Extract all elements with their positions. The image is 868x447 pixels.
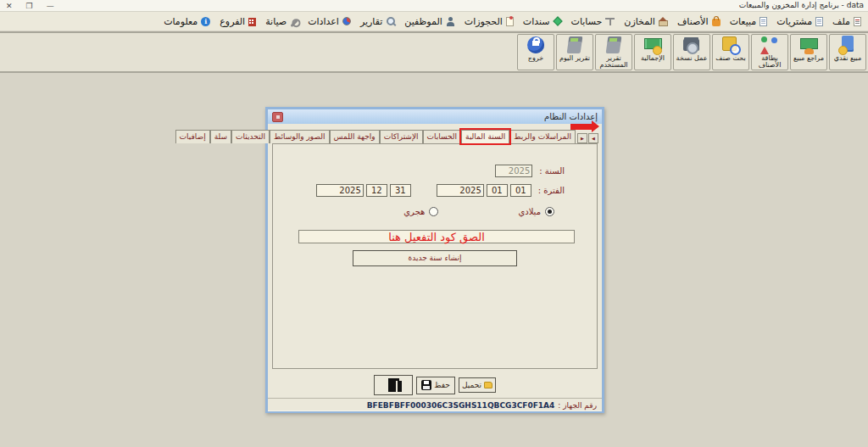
window-maximize-button[interactable]: ❐ xyxy=(26,1,33,11)
radio-hijri[interactable]: هجري xyxy=(403,207,438,216)
radio-label: هجري xyxy=(403,207,425,216)
dialog-buttons-row: تحميل حفظ xyxy=(268,375,602,395)
menu-label: مبيعات xyxy=(730,16,757,27)
file-icon xyxy=(854,17,861,26)
menu-label: المخازن xyxy=(624,16,655,27)
toolbar-label: عمل نسخة xyxy=(676,55,708,62)
menu-stores[interactable]: المخازن xyxy=(623,14,669,29)
vouchers-icon xyxy=(553,16,562,25)
backup-folder-icon xyxy=(681,36,703,55)
menu-maintenance[interactable]: صيانة xyxy=(264,14,299,29)
tab-accounts[interactable]: الحسابات xyxy=(423,130,462,143)
tab-extras[interactable]: إضافيات xyxy=(175,130,210,143)
items-bag-icon xyxy=(712,19,721,26)
menu-label: اعدادات xyxy=(308,16,339,27)
load-button[interactable]: تحميل xyxy=(459,377,496,393)
tab-touch-interface[interactable]: واجهة اللمس xyxy=(330,130,380,143)
tab-financial-year[interactable]: السنة المالية xyxy=(461,130,509,143)
purchases-icon xyxy=(815,17,823,26)
tab-images-media[interactable]: الصور والوسائط xyxy=(270,130,329,143)
menubar: ملف مشتريات مبيعات الأصناف المخازن حسابا… xyxy=(0,12,868,31)
window-title: برنامج إدارة المخزون والمبيعات - data xyxy=(739,1,864,9)
menu-label: الأصناف xyxy=(677,16,709,27)
exit-button[interactable] xyxy=(374,375,413,395)
device-number-value: BFEBFBFF000306C3SGHS11QBCG3CF0F1A4 xyxy=(367,401,555,410)
menu-label: صيانة xyxy=(265,16,287,27)
toolbar-sales-return-button[interactable]: مراجع مبيع xyxy=(790,34,827,70)
sales-icon xyxy=(760,17,767,26)
toolbar-label: تقرير اليوم xyxy=(559,55,590,62)
start-month-field[interactable] xyxy=(487,184,508,197)
tab-scroll-left-icon[interactable]: ◀ xyxy=(588,133,598,143)
dialog-titlebar: إعدادات النظام xyxy=(268,109,602,124)
toolbar-label: بحث صنف xyxy=(715,55,745,62)
activation-code-field[interactable]: الصق كود التفعيل هنا xyxy=(298,230,575,243)
menu-branches[interactable]: الفروع xyxy=(219,14,257,29)
menu-accounts[interactable]: حسابات xyxy=(570,14,616,29)
exit-lock-icon xyxy=(525,36,547,55)
menu-label: سندات xyxy=(523,16,550,27)
save-button[interactable]: حفظ xyxy=(416,377,455,394)
menu-items[interactable]: الأصناف xyxy=(676,14,721,29)
create-new-year-button[interactable]: إنشاء سنة جديدة xyxy=(353,250,517,266)
end-year-field[interactable] xyxy=(316,184,364,197)
menu-label: الحجوزات xyxy=(465,16,503,27)
menu-label: ملف xyxy=(832,16,850,27)
menu-vouchers[interactable]: سندات xyxy=(522,14,563,29)
maintenance-wrench-icon xyxy=(291,19,298,26)
reservations-icon xyxy=(506,17,514,26)
window-titlebar: ✕ ❐ — برنامج إدارة المخزون والمبيعات - d… xyxy=(0,0,868,12)
menu-label: الموظفين xyxy=(404,16,442,27)
stores-house-icon xyxy=(659,20,668,26)
tab-scroll-right-icon[interactable]: ▶ xyxy=(577,133,587,143)
toolbar-backup-button[interactable]: عمل نسخة xyxy=(673,34,710,70)
menu-label: تقارير xyxy=(360,16,382,27)
tab-basket[interactable]: سلة xyxy=(210,130,231,143)
menu-label: حسابات xyxy=(571,16,603,27)
dialog-statusbar: رقم الجهاز : BFEBFBFF000306C3SGHS11QBCG3… xyxy=(268,398,602,411)
toolbar-label: الإجمالية xyxy=(641,55,665,62)
menu-info[interactable]: معلومات xyxy=(163,14,211,29)
menu-reports[interactable]: تقارير xyxy=(359,14,396,29)
menu-employees[interactable]: الموظفين xyxy=(403,14,455,29)
toolbar-cash-sale-button[interactable]: مبيع نقدي xyxy=(829,34,866,70)
sales-return-money-icon xyxy=(798,36,820,55)
menu-sales[interactable]: مبيعات xyxy=(729,14,769,29)
menu-settings[interactable]: اعدادات xyxy=(307,14,352,29)
end-month-field[interactable] xyxy=(366,184,387,197)
branches-building-icon xyxy=(248,18,256,26)
toolbar-user-report-button[interactable]: تقرير المستخدم xyxy=(595,34,632,70)
year-field[interactable] xyxy=(495,165,532,177)
menu-reservations[interactable]: الحجوزات xyxy=(464,14,515,29)
toolbar: مبيع نقدي مراجع مبيع بطاقة الأصناف بحث ص… xyxy=(0,31,868,73)
tab-subscriptions[interactable]: الإشتراكات xyxy=(380,130,423,143)
year-label: السنة : xyxy=(539,166,565,176)
radio-gregorian[interactable]: ميلادي xyxy=(518,207,554,216)
toolbar-item-search-button[interactable]: بحث صنف xyxy=(712,34,749,70)
menu-purchases[interactable]: مشتريات xyxy=(776,14,824,29)
load-icon xyxy=(484,382,492,388)
items-card-diagram-icon xyxy=(759,36,781,55)
tab-scroll-buttons: ◀ ▶ xyxy=(577,133,598,143)
tab-correspondence-link[interactable]: المراسلات والربط xyxy=(509,130,576,143)
start-year-field[interactable] xyxy=(437,184,484,197)
info-icon xyxy=(201,17,210,26)
toolbar-day-report-button[interactable]: تقرير اليوم xyxy=(556,34,593,70)
toolbar-items-card-button[interactable]: بطاقة الأصناف xyxy=(751,34,788,70)
dialog-close-icon[interactable] xyxy=(272,112,283,122)
start-day-field[interactable] xyxy=(510,184,531,197)
toolbar-totals-button[interactable]: الإجمالية xyxy=(634,34,671,70)
settings-tabstrip: ◀ ▶ المراسلات والربط السنة المالية الحسا… xyxy=(271,130,598,143)
period-row: الفترة : xyxy=(316,184,565,197)
financial-year-tabpage: السنة : الفترة : ميلادي xyxy=(272,143,598,369)
end-day-field[interactable] xyxy=(390,184,411,197)
calendar-type-row: ميلادي هجري xyxy=(403,207,554,216)
totals-money-icon xyxy=(642,36,664,55)
menu-file[interactable]: ملف xyxy=(832,14,862,29)
window-minimize-button[interactable]: — xyxy=(47,1,54,11)
toolbar-exit-button[interactable]: خروج xyxy=(517,34,554,70)
tab-updates[interactable]: التحديثات xyxy=(231,130,270,143)
accounts-scales-icon xyxy=(605,17,615,26)
window-close-button[interactable]: ✕ xyxy=(6,1,13,11)
menu-label: الفروع xyxy=(220,16,245,27)
